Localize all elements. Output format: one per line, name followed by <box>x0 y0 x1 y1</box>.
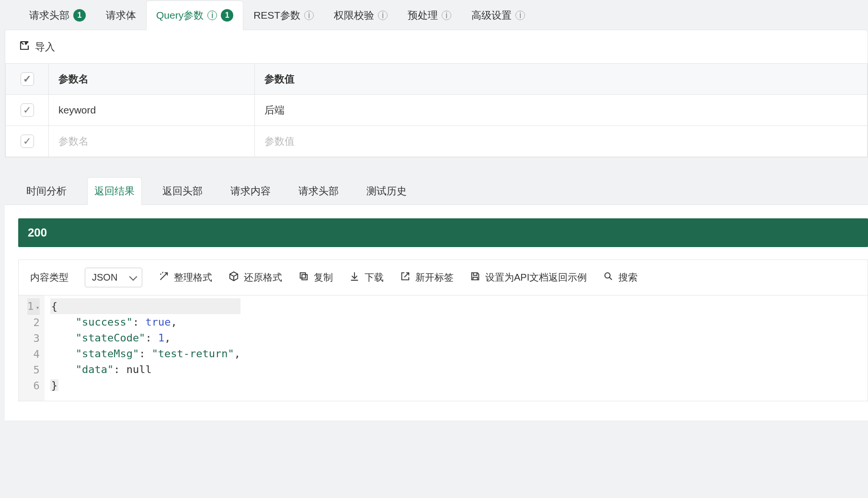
tab-label: Query参数 <box>156 9 204 22</box>
tab-label: 请求体 <box>106 9 136 22</box>
checkbox-all[interactable]: ✓ <box>21 72 34 86</box>
format-button[interactable]: 整理格式 <box>159 271 212 284</box>
tab-label: 高级设置 <box>471 9 512 22</box>
import-icon <box>19 40 30 54</box>
info-icon: i <box>304 11 314 20</box>
set-example-button[interactable]: 设置为API文档返回示例 <box>470 271 587 284</box>
restore-button[interactable]: 还原格式 <box>228 271 282 284</box>
info-icon: i <box>442 11 451 20</box>
tab-advanced[interactable]: 高级设置 i <box>461 0 535 30</box>
info-icon: i <box>378 11 388 20</box>
header-param-name: 参数名 <box>49 64 255 95</box>
table-row-empty: ✓ <box>6 126 868 157</box>
tab-auth[interactable]: 权限校验 i <box>324 0 398 30</box>
param-name-input[interactable] <box>58 136 245 147</box>
tab-request-body[interactable]: 请求体 <box>96 0 146 30</box>
import-button[interactable]: 导入 <box>35 40 55 54</box>
json-code: { "success": true, "stateCode": 1, "stat… <box>45 295 246 401</box>
param-name-input[interactable] <box>58 104 245 116</box>
search-icon <box>603 271 614 284</box>
content-type-select[interactable]: JSON <box>85 268 142 287</box>
svg-rect-0 <box>302 274 307 280</box>
tab-request-headers[interactable]: 请求头部 1 <box>19 0 96 30</box>
params-table: ✓ 参数名 参数值 ✓ ✓ <box>5 63 868 157</box>
query-params-panel: 导入 ✓ 参数名 参数值 ✓ ✓ <box>5 30 868 158</box>
tab-test-history[interactable]: 测试历史 <box>359 177 414 204</box>
tab-label: REST参数 <box>253 9 300 22</box>
tab-query-params[interactable]: Query参数 i 1 <box>146 0 243 30</box>
result-panel: 200 内容类型 JSON 整理格式 还原格式 复制 下载 <box>5 204 868 420</box>
download-icon <box>349 271 360 284</box>
header-param-value: 参数值 <box>255 64 868 95</box>
tab-request-headers-sent[interactable]: 请求头部 <box>291 177 346 204</box>
info-icon: i <box>515 11 525 20</box>
status-code: 200 <box>18 218 868 247</box>
save-icon <box>470 271 480 284</box>
external-link-icon <box>400 271 411 284</box>
tab-timing[interactable]: 时间分析 <box>19 177 74 204</box>
line-gutter: 1▾ 2 3 4 5 6 <box>19 295 45 401</box>
download-button[interactable]: 下载 <box>349 271 384 284</box>
tab-request-content[interactable]: 请求内容 <box>223 177 278 204</box>
svg-point-2 <box>605 273 610 278</box>
search-button[interactable]: 搜索 <box>603 271 638 284</box>
json-viewer[interactable]: 1▾ 2 3 4 5 6 { "success": true, "stateCo… <box>19 295 868 401</box>
tab-preprocess[interactable]: 预处理 i <box>398 0 461 30</box>
info-icon: i <box>207 11 217 20</box>
fold-icon[interactable]: ▾ <box>35 304 39 311</box>
response-toolbar: 内容类型 JSON 整理格式 还原格式 复制 下载 新开标 <box>19 260 868 295</box>
result-tabs: 时间分析 返回结果 返回头部 请求内容 请求头部 测试历史 <box>0 158 868 204</box>
badge: 1 <box>73 9 86 22</box>
tab-response-body[interactable]: 返回结果 <box>87 177 142 205</box>
cube-icon <box>228 271 239 284</box>
content-type-label: 内容类型 <box>30 271 69 284</box>
table-row: ✓ <box>6 95 868 126</box>
panel-toolbar: 导入 <box>5 30 868 63</box>
checkbox-row[interactable]: ✓ <box>21 135 34 148</box>
param-value-input[interactable] <box>264 136 857 147</box>
checkbox-row[interactable]: ✓ <box>21 103 34 117</box>
response-box: 内容类型 JSON 整理格式 还原格式 复制 下载 新开标 <box>18 260 868 401</box>
param-value-input[interactable] <box>264 104 857 116</box>
open-tab-button[interactable]: 新开标签 <box>400 271 454 284</box>
header-check: ✓ <box>6 64 49 95</box>
tab-label: 请求头部 <box>29 9 69 22</box>
svg-rect-1 <box>300 273 306 278</box>
wand-icon <box>159 271 169 284</box>
tab-rest-params[interactable]: REST参数 i <box>243 0 324 30</box>
tab-response-headers[interactable]: 返回头部 <box>155 177 210 204</box>
request-tabs: 请求头部 1 请求体 Query参数 i 1 REST参数 i 权限校验 i 预… <box>0 0 868 30</box>
tab-label: 权限校验 <box>334 9 374 22</box>
copy-icon <box>298 271 309 284</box>
tab-label: 预处理 <box>408 9 438 22</box>
copy-button[interactable]: 复制 <box>298 271 333 284</box>
badge: 1 <box>221 9 233 22</box>
